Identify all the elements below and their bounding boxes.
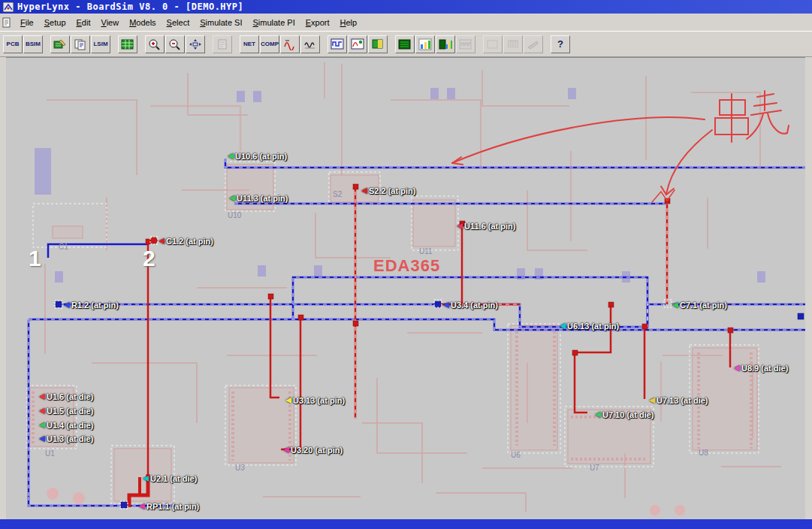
- pin-label-text: C1.2 (at pin): [166, 237, 213, 246]
- noise-waveform-icon[interactable]: [300, 35, 320, 53]
- component-ref-u8: U8: [699, 449, 708, 457]
- pin-arrow-icon: [672, 302, 678, 308]
- pin-arrow-icon: [228, 153, 234, 159]
- open-board-icon[interactable]: [50, 35, 70, 53]
- pin-label-text: U1.5 (at die): [47, 407, 93, 416]
- pin-label-u6.13: U6.13 (at pin): [560, 322, 619, 331]
- pin-arrow-icon: [560, 323, 566, 329]
- component-ref-s2: S2: [333, 190, 342, 198]
- menu-file[interactable]: File: [15, 15, 39, 30]
- document-icon[interactable]: [2, 17, 12, 28]
- pin-label-u1.6: U1.6 (at die): [39, 392, 93, 401]
- component-ref-u3: U3: [235, 464, 245, 472]
- pin-label-u10.6: U10.6 (at pin): [228, 152, 287, 161]
- segment-marker-1: 1: [29, 246, 41, 271]
- menu-bar: FileSetupEditViewModelsSelectSimulate SI…: [0, 14, 812, 32]
- component-ref-u10: U10: [228, 211, 241, 219]
- bar-chart-icon[interactable]: [415, 35, 435, 53]
- menu-edit[interactable]: Edit: [71, 15, 96, 30]
- pin-label-u7.13: U7.13 (at die): [649, 396, 708, 405]
- menu-setup[interactable]: Setup: [39, 15, 71, 30]
- pin-label-u8.9: U8.9 (at die): [734, 364, 788, 373]
- bottom-bar: [0, 519, 812, 529]
- zoom-fit-icon[interactable]: [186, 35, 205, 53]
- menu-select[interactable]: Select: [161, 15, 195, 30]
- menu-models[interactable]: Models: [124, 15, 161, 30]
- pin-label-u3.20: U3.20 (at pin): [283, 446, 343, 455]
- sweep-icon: [524, 35, 543, 53]
- bsim-button[interactable]: BSIM: [23, 35, 43, 53]
- pin-arrow-icon: [649, 398, 655, 404]
- window-title: HyperLynx - BoardSim V8. 0 - [DEMO.HYP]: [17, 2, 243, 12]
- pin-arrow-icon: [283, 447, 289, 453]
- pin-label-u11.3: U11.3 (at pin): [229, 194, 288, 203]
- watermark: EDA365: [373, 256, 440, 276]
- pin-label-text: S2.2 (at pin): [369, 186, 415, 195]
- board-view[interactable]: EDA365 串绕 U10.6 (at pin)S2.2 (at pin)U11…: [6, 57, 805, 519]
- pin-label-text: U11.6 (at pin): [464, 222, 515, 231]
- pin-label-c7.1: C7.1 (at pin): [672, 301, 727, 310]
- lsim-button[interactable]: LSIM: [91, 35, 110, 53]
- oscilloscope-icon[interactable]: [328, 35, 347, 53]
- pin-label-text: U7.13 (at die): [657, 396, 708, 405]
- pin-label-u3.13: U3.13 (at pin): [285, 396, 345, 405]
- pin-label-u11.6: U11.6 (at pin): [457, 222, 515, 231]
- pin-label-text: U6.13 (at pin): [567, 322, 619, 331]
- pin-label-text: U3.20 (at pin): [291, 446, 343, 455]
- component-ref-c1: C1: [59, 243, 68, 251]
- pin-label-text: U11.3 (at pin): [237, 194, 288, 203]
- pin-arrow-icon: [361, 188, 367, 194]
- ras-icon: [456, 35, 475, 53]
- annotation-text: 串绕: [714, 91, 774, 132]
- pin-label-text: U10.6 (at pin): [235, 152, 287, 161]
- stackup-editor-icon[interactable]: [118, 35, 137, 53]
- pin-label-c1.2: C1.2 (at pin): [158, 237, 213, 246]
- zoom-in-icon[interactable]: [145, 35, 165, 53]
- report-page-icon: [213, 35, 232, 53]
- component-ref-u7: U7: [590, 464, 599, 472]
- edit-waveform-icon[interactable]: [280, 35, 300, 53]
- pin-label-text: C7.1 (at pin): [680, 301, 727, 310]
- pin-label-text: U1.4 (at die): [47, 421, 93, 430]
- net-button[interactable]: NET: [240, 35, 259, 53]
- menu-view[interactable]: View: [95, 15, 124, 30]
- pin-arrow-icon: [39, 436, 45, 442]
- pin-label-text: U1.3 (at die): [47, 434, 93, 443]
- pin-label-text: U3.4 (at pin): [451, 301, 498, 310]
- pin-arrow-icon: [39, 394, 45, 400]
- pin-arrow-icon: [457, 223, 463, 229]
- board-chart-icon[interactable]: [436, 35, 455, 53]
- pin-label-text: U2.1 (at die): [150, 474, 197, 483]
- pin-label-u3.4: U3.4 (at pin): [443, 301, 498, 310]
- probe-waveform-icon[interactable]: [348, 35, 367, 53]
- blank-icon: [483, 35, 503, 53]
- pin-label-text: RP1.1 (at pin): [146, 502, 199, 511]
- pin-label-u7.10: U7.10 (at die): [595, 410, 654, 419]
- board-stackup-icon[interactable]: [395, 35, 415, 53]
- pin-label-text: U3.13 (at pin): [293, 396, 345, 405]
- pin-arrow-icon: [158, 238, 165, 244]
- comp-button[interactable]: COMP: [260, 35, 279, 53]
- pin-label-r1.2: R1.2 (at pin): [64, 301, 119, 310]
- pin-label-rp1.1: RP1.1 (at pin): [139, 502, 199, 511]
- menu-simulate-si[interactable]: Simulate SI: [195, 15, 247, 30]
- reports-icon[interactable]: [71, 35, 90, 53]
- pin-label-s2.2: S2.2 (at pin): [361, 186, 415, 195]
- menu-export[interactable]: Export: [300, 15, 335, 30]
- help-button[interactable]: ?: [551, 35, 570, 53]
- app-icon: [3, 2, 14, 12]
- segment-marker-2: 2: [143, 246, 155, 271]
- menu-help[interactable]: Help: [335, 15, 363, 30]
- app-window: { "window": { "title": "HyperLynx - Boar…: [0, 0, 812, 529]
- pin-label-u1.3: U1.3 (at die): [39, 434, 93, 443]
- terminator-icon[interactable]: [368, 35, 388, 53]
- menu-simulate-pi[interactable]: Simulate PI: [247, 15, 300, 30]
- pin-label-text: U1.6 (at die): [47, 392, 93, 401]
- component-ref-u1: U1: [45, 449, 55, 458]
- zoom-out-icon[interactable]: [165, 35, 185, 53]
- pcb-button[interactable]: PCB: [3, 35, 23, 53]
- title-bar[interactable]: HyperLynx - BoardSim V8. 0 - [DEMO.HYP]: [0, 0, 812, 14]
- toolbar: PCBBSIMLSIMNETCOMP?: [0, 32, 812, 57]
- pin-arrow-icon: [229, 195, 235, 201]
- component-ref-u11: U11: [419, 247, 433, 255]
